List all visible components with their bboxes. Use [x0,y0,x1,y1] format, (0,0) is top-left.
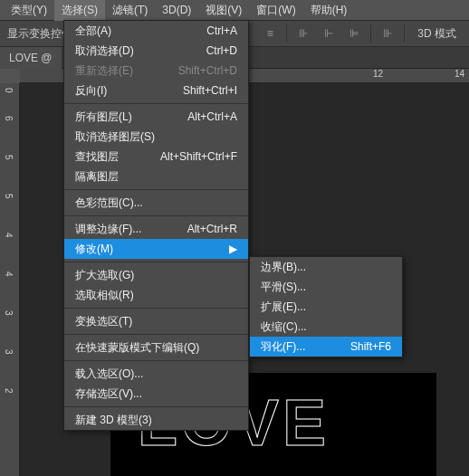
distribute-icon-2[interactable]: ⊩ [320,24,338,43]
ruler-tick: 6 [4,116,14,121]
select-menu-dropdown: 全部(A)Ctrl+A 取消选择(D)Ctrl+D 重新选择(E)Shift+C… [63,20,249,431]
ruler-tick: 5 [4,194,14,199]
ruler-tick: 5 [4,155,14,160]
menu-new-3d-model[interactable]: 新建 3D 模型(3) [64,410,248,430]
submenu-expand[interactable]: 扩展(E)... [250,297,402,317]
distribute-icon-1[interactable]: ⊪ [294,24,312,43]
separator [404,24,405,43]
menu-select-all[interactable]: 全部(A)Ctrl+A [64,21,248,41]
menu-grow[interactable]: 扩大选取(G) [64,265,248,285]
submenu-border[interactable]: 边界(B)... [250,257,402,277]
menu-type[interactable]: 类型(Y) [4,0,54,21]
ruler-tick: 4 [4,233,14,238]
menu-quick-mask[interactable]: 在快速蒙版模式下编辑(Q) [64,338,248,357]
ruler-tick: 0 [4,88,14,93]
menu-separator [64,334,248,335]
menu-separator [64,103,248,104]
ruler-tick: 2 [4,388,14,394]
menu-save-selection[interactable]: 存储选区(V)... [64,384,248,404]
submenu-feather[interactable]: 羽化(F)...Shift+F6 [250,337,402,357]
menu-separator [64,360,248,361]
menu-separator [64,215,248,216]
menu-filter[interactable]: 滤镜(T) [105,0,155,21]
menu-help[interactable]: 帮助(H) [303,0,355,21]
separator [370,24,371,43]
ruler-tick: 3 [4,349,14,355]
modify-submenu: 边界(B)... 平滑(S)... 扩展(E)... 收缩(C)... 羽化(F… [249,256,403,357]
menu-separator [64,262,248,262]
menu-select[interactable]: 选择(S) [54,0,105,21]
ruler-tick: 12 [373,69,383,79]
menu-find-layers[interactable]: 查找图层Alt+Shift+Ctrl+F [64,147,248,167]
menu-modify[interactable]: 修改(M)▶ [64,239,248,259]
3d-mode-button[interactable]: 3D 模式 [412,26,462,42]
menubar: 类型(Y) 选择(S) 滤镜(T) 3D(D) 视图(V) 窗口(W) 帮助(H… [0,0,469,20]
menu-reselect: 重新选择(E)Shift+Ctrl+D [64,61,248,81]
distribute-icon-3[interactable]: ⊫ [345,24,363,43]
separator [286,24,287,43]
menu-view[interactable]: 视图(V) [198,0,249,21]
menu-deselect[interactable]: 取消选择(D)Ctrl+D [64,41,248,61]
menu-inverse[interactable]: 反向(I)Shift+Ctrl+I [64,81,248,100]
menu-3d[interactable]: 3D(D) [155,1,198,19]
menu-all-layers[interactable]: 所有图层(L)Alt+Ctrl+A [64,107,248,127]
menu-transform-selection[interactable]: 变换选区(T) [64,311,248,331]
ruler-tick: 14 [455,69,464,79]
menu-separator [64,308,248,309]
menu-separator [64,406,248,407]
menu-separator [64,189,248,190]
menu-load-selection[interactable]: 载入选区(O)... [64,364,248,384]
menu-refine-edge[interactable]: 调整边缘(F)...Alt+Ctrl+R [64,219,248,239]
ruler-vertical: 0 6 5 5 4 4 3 3 2 [0,83,20,476]
document-tab[interactable]: LOVE @ [0,47,62,69]
ruler-tick: 4 [4,271,14,277]
ruler-tick: 3 [4,310,14,316]
submenu-smooth[interactable]: 平滑(S)... [250,277,402,297]
submenu-arrow-icon: ▶ [229,243,237,255]
menu-window[interactable]: 窗口(W) [249,0,302,21]
menu-similar[interactable]: 选取相似(R) [64,285,248,305]
more-icon[interactable]: ⊪ [378,24,397,43]
menu-color-range[interactable]: 色彩范围(C)... [64,193,248,213]
menu-isolate-layers[interactable]: 隔离图层 [64,167,248,186]
align-icon-3[interactable]: ≡ [261,24,279,43]
submenu-contract[interactable]: 收缩(C)... [250,317,402,337]
menu-deselect-layers[interactable]: 取消选择图层(S) [64,127,248,147]
